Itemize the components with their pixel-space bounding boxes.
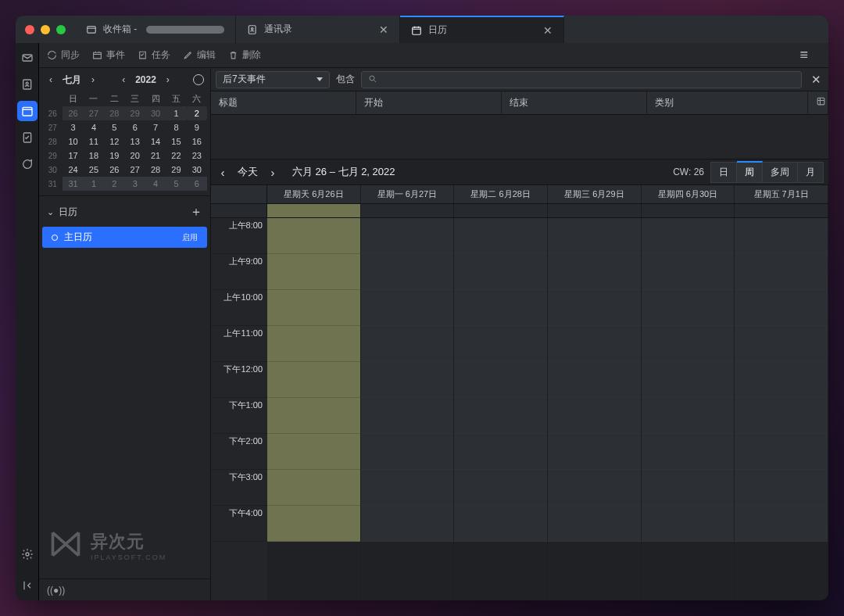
mini-cal-day[interactable]: 2 — [104, 177, 124, 191]
next-month-button[interactable]: › — [86, 73, 100, 87]
time-cell[interactable] — [548, 506, 641, 542]
mini-cal-day[interactable]: 31 — [63, 177, 83, 191]
mini-cal-day[interactable]: 7 — [145, 120, 166, 134]
time-cell[interactable] — [548, 362, 641, 398]
time-cell[interactable] — [548, 254, 641, 290]
time-cell[interactable] — [361, 398, 454, 434]
next-week-button[interactable]: › — [266, 166, 280, 179]
broadcast-icon[interactable]: ((●)) — [47, 585, 65, 596]
day-column[interactable] — [454, 218, 548, 600]
time-cell[interactable] — [642, 290, 735, 326]
time-cell[interactable] — [642, 398, 735, 434]
col-title[interactable]: 标题 — [211, 91, 356, 114]
mini-cal-day[interactable]: 12 — [104, 134, 124, 149]
time-cell[interactable] — [267, 470, 360, 506]
mini-cal-day[interactable]: 5 — [166, 177, 186, 191]
mini-cal-day[interactable]: 28 — [104, 106, 124, 120]
time-cell[interactable] — [642, 434, 735, 470]
time-cell[interactable] — [267, 326, 360, 362]
mini-cal-day[interactable]: 27 — [125, 163, 145, 177]
mini-cal-day[interactable]: 19 — [104, 149, 124, 163]
prev-year-button[interactable]: ‹ — [116, 73, 131, 87]
view-multiweek-button[interactable]: 多周 — [763, 162, 798, 183]
allday-cell[interactable] — [548, 204, 642, 217]
time-cell[interactable] — [361, 218, 454, 254]
clear-search-button[interactable]: ✕ — [808, 73, 824, 87]
col-start[interactable]: 开始 — [356, 91, 502, 114]
menu-button[interactable]: ≡ — [787, 47, 821, 63]
day-header[interactable]: 星期四 6月30日 — [642, 185, 735, 203]
day-header[interactable]: 星期三 6月29日 — [548, 185, 642, 203]
calendar-item-main[interactable]: 主日历 启用 — [42, 227, 207, 248]
time-cell[interactable] — [454, 506, 547, 542]
delete-button[interactable]: 删除 — [228, 48, 261, 62]
time-cell[interactable] — [454, 470, 547, 506]
time-cell[interactable] — [735, 506, 828, 542]
close-tab-icon[interactable]: ✕ — [535, 24, 553, 37]
mini-cal-day[interactable]: 20 — [125, 149, 145, 163]
day-header[interactable]: 星期天 6月26日 — [267, 185, 361, 203]
allday-cell[interactable] — [735, 204, 828, 217]
mini-cal-day[interactable]: 13 — [125, 134, 145, 149]
rail-chat[interactable] — [17, 154, 38, 174]
mini-cal-day[interactable]: 4 — [145, 177, 166, 191]
time-cell[interactable] — [548, 290, 641, 326]
today-button[interactable]: 今天 — [238, 165, 258, 179]
time-cell[interactable] — [642, 506, 735, 542]
time-cell[interactable] — [642, 362, 735, 398]
mini-cal-day[interactable]: 14 — [145, 134, 166, 149]
time-cell[interactable] — [454, 218, 547, 254]
prev-month-button[interactable]: ‹ — [44, 73, 58, 87]
time-cell[interactable] — [642, 218, 735, 254]
time-cell[interactable] — [454, 434, 547, 470]
edit-button[interactable]: 编辑 — [183, 48, 216, 62]
mini-cal-day[interactable]: 17 — [63, 149, 83, 163]
time-grid[interactable]: 上午8:00上午9:00上午10:00上午11:00下午12:00下午1:00下… — [211, 218, 828, 600]
rail-settings[interactable] — [17, 544, 38, 564]
time-cell[interactable] — [267, 218, 360, 254]
time-cell[interactable] — [267, 434, 360, 470]
mini-cal-day[interactable]: 1 — [84, 177, 104, 191]
mini-cal-day[interactable]: 23 — [187, 149, 207, 163]
mini-cal-day[interactable]: 2 — [187, 106, 207, 120]
time-cell[interactable] — [454, 326, 547, 362]
mini-cal-day[interactable]: 30 — [145, 106, 166, 120]
today-button[interactable] — [191, 73, 206, 87]
event-button[interactable]: 事件 — [92, 48, 125, 62]
time-cell[interactable] — [735, 398, 828, 434]
time-cell[interactable] — [361, 254, 454, 290]
day-column[interactable] — [361, 218, 455, 600]
time-cell[interactable] — [548, 218, 641, 254]
mini-cal-day[interactable]: 6 — [125, 120, 145, 134]
mini-cal-day[interactable]: 16 — [187, 134, 207, 149]
add-calendar-button[interactable]: ＋ — [190, 204, 202, 220]
mini-cal-day[interactable]: 10 — [63, 134, 83, 149]
mini-cal-day[interactable]: 9 — [187, 120, 207, 134]
time-cell[interactable] — [267, 362, 360, 398]
rail-collapse[interactable] — [17, 575, 38, 596]
close-tab-icon[interactable]: ✕ — [371, 23, 388, 36]
rail-tasks[interactable] — [17, 127, 38, 148]
sync-button[interactable]: 同步 — [47, 48, 80, 62]
day-column[interactable] — [267, 218, 361, 600]
mini-cal-day[interactable]: 28 — [145, 163, 166, 177]
rail-mail[interactable] — [17, 48, 38, 68]
tab-calendar[interactable]: 日历 ✕ — [400, 16, 564, 43]
time-cell[interactable] — [267, 398, 360, 434]
calendar-list-header[interactable]: ⌄ 日历 ＋ — [39, 199, 210, 225]
close-window-button[interactable] — [25, 25, 34, 34]
mini-cal-day[interactable]: 3 — [125, 177, 145, 191]
rail-calendar[interactable] — [17, 101, 38, 121]
day-column[interactable] — [735, 218, 828, 600]
next-year-button[interactable]: › — [161, 73, 175, 87]
time-cell[interactable] — [361, 290, 454, 326]
time-cell[interactable] — [454, 398, 547, 434]
time-cell[interactable] — [361, 506, 454, 542]
mini-cal-day[interactable]: 21 — [145, 149, 166, 163]
mini-cal-day[interactable]: 11 — [84, 134, 104, 149]
time-cell[interactable] — [548, 434, 641, 470]
view-month-button[interactable]: 月 — [798, 162, 824, 183]
mini-cal-day[interactable]: 27 — [84, 106, 104, 120]
search-input[interactable] — [361, 71, 802, 88]
time-cell[interactable] — [548, 398, 641, 434]
